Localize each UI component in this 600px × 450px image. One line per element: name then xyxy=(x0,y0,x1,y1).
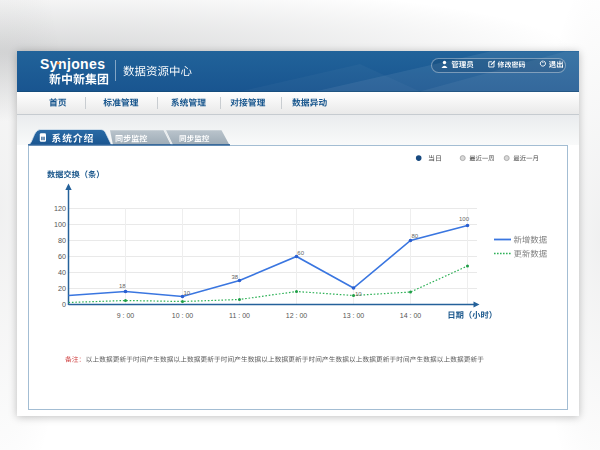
svg-text:100: 100 xyxy=(54,220,66,229)
svg-text:80: 80 xyxy=(412,233,419,239)
svg-text:100: 100 xyxy=(459,216,470,222)
svg-text:10: 10 xyxy=(184,290,191,296)
svg-text:20: 20 xyxy=(58,284,66,293)
svg-text:10: 10 xyxy=(355,291,362,297)
svg-text:0: 0 xyxy=(62,300,66,309)
svg-text:9 : 00: 9 : 00 xyxy=(117,312,135,319)
svg-text:18: 18 xyxy=(119,283,126,289)
svg-text:60: 60 xyxy=(58,252,66,261)
svg-text:60: 60 xyxy=(297,250,304,256)
svg-text:80: 80 xyxy=(58,236,66,245)
svg-text:12 : 00: 12 : 00 xyxy=(286,312,308,319)
svg-text:120: 120 xyxy=(54,204,66,213)
svg-text:40: 40 xyxy=(58,268,66,277)
svg-text:38: 38 xyxy=(232,274,239,280)
svg-text:13 : 00: 13 : 00 xyxy=(343,312,365,319)
svg-text:10 : 00: 10 : 00 xyxy=(172,312,194,319)
svg-text:11 : 00: 11 : 00 xyxy=(229,312,250,319)
svg-text:14 : 00: 14 : 00 xyxy=(400,312,422,319)
